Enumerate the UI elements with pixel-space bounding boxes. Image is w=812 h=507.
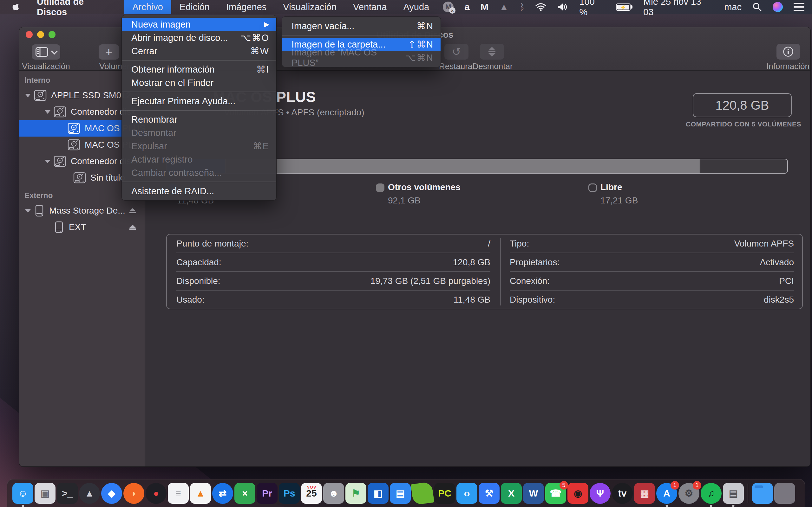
- sidebar-item-label: Sin título: [90, 173, 125, 183]
- avast-status-icon[interactable]: a: [459, 0, 475, 14]
- green-x-app-icon[interactable]: ×: [235, 483, 255, 504]
- opera-dark-icon[interactable]: ●: [146, 483, 166, 504]
- info-circle-icon: [783, 46, 794, 57]
- mountain-app-status-icon[interactable]: ▲: [494, 0, 514, 14]
- archivo-item-mostrar-en-el-finder[interactable]: Mostrar en el Finder: [122, 76, 276, 89]
- bluetooth-status[interactable]: ᛒ: [514, 0, 530, 14]
- archivo-item-abrir-imagen-de-disco[interactable]: Abrir imagen de disco...⌥⌘O: [122, 31, 276, 44]
- wifi-status[interactable]: [530, 0, 552, 14]
- podcasts-icon[interactable]: Ψ: [590, 483, 611, 504]
- premiere-pro-icon[interactable]: Pr: [257, 483, 277, 504]
- notification-center-icon: [794, 3, 804, 11]
- menubar-menu-edicion[interactable]: Edición: [171, 0, 218, 14]
- user-menu[interactable]: mac: [719, 0, 747, 14]
- siri-status[interactable]: [767, 0, 788, 14]
- notification-center[interactable]: [788, 0, 812, 14]
- virtualbox-icon[interactable]: ◧: [368, 483, 389, 504]
- battery-percent-label[interactable]: 100 %: [574, 0, 611, 14]
- archivo-item-nueva-imagen[interactable]: Nueva imagen▶: [122, 18, 276, 31]
- legend-value: 92,1 GB: [388, 195, 420, 206]
- disclosure-triangle-icon[interactable]: [25, 94, 31, 97]
- photoshop-icon[interactable]: Ps: [279, 483, 300, 504]
- bluetooth-icon: ᛒ: [519, 2, 525, 12]
- notes-icon[interactable]: ≡: [168, 483, 189, 504]
- legend-label: Libre: [600, 182, 622, 192]
- details-value: PCI: [779, 276, 794, 286]
- launchpad-rocket-icon[interactable]: ▲: [79, 483, 100, 504]
- close-window-button[interactable]: [26, 31, 33, 38]
- menu-bar-app-name[interactable]: Utilidad de Discos: [29, 0, 124, 14]
- contacts-icon[interactable]: ☻: [323, 483, 344, 504]
- eject-icon[interactable]: [130, 208, 136, 213]
- disclosure-triangle-icon[interactable]: [25, 209, 31, 213]
- terminal-icon[interactable]: >_: [57, 483, 78, 504]
- add-volume-button[interactable]: +: [99, 44, 119, 60]
- volume-status[interactable]: [552, 0, 574, 14]
- word-icon[interactable]: W: [523, 483, 544, 504]
- archivo-item-ejecutar-primera-ayuda[interactable]: Ejecutar Primera Ayuda...: [122, 95, 276, 108]
- archivo-item-asistente-de-raid[interactable]: Asistente de RAID...: [122, 184, 276, 198]
- vscode-icon[interactable]: ‹›: [456, 483, 477, 504]
- details-table: Punto de montaje:/Capacidad:120,8 GBDisp…: [166, 234, 803, 309]
- app-store-icon[interactable]: A1: [656, 483, 677, 504]
- disclosure-triangle-icon[interactable]: [45, 110, 50, 114]
- facetime-icon[interactable]: ☎5: [545, 483, 566, 504]
- shared-folder-icon[interactable]: ▤: [390, 483, 411, 504]
- nueva-imagen-item-imagen-de-mac-os-plus: Imagen de “MAC OS PLUS”⌥⌘N: [282, 51, 441, 64]
- disk-drill-icon[interactable]: ▤: [723, 483, 744, 504]
- info-button[interactable]: [776, 44, 800, 60]
- eject-icon[interactable]: [130, 225, 136, 230]
- apple-menu[interactable]: [0, 0, 29, 14]
- apple-tv-icon[interactable]: tv: [612, 483, 633, 504]
- calendar-icon[interactable]: 25NOV: [301, 483, 322, 504]
- safari-icon[interactable]: ◆: [101, 483, 122, 504]
- capacity-box: 120,8 GB: [693, 93, 792, 117]
- battery-status[interactable]: ⚡: [611, 0, 638, 14]
- downloads-stack-icon[interactable]: [752, 483, 773, 504]
- disclosure-triangle-icon[interactable]: [45, 160, 50, 163]
- archivo-item-obtener-informacion[interactable]: Obtener información⌘I: [122, 63, 276, 76]
- sidebar-item-mass-storage-de[interactable]: Mass Storage De...: [19, 203, 145, 219]
- system-preferences-icon[interactable]: ⚙1: [678, 483, 699, 504]
- archivo-item-cerrar[interactable]: Cerrar⌘W: [122, 44, 276, 58]
- notification-badge: 1: [670, 481, 679, 490]
- spotify-icon[interactable]: ♫: [701, 483, 722, 504]
- details-right-column: Tipo:Volumen APFSPropietarios:ActivadoCo…: [510, 234, 794, 308]
- menubar-menu-imagenes[interactable]: Imágenes: [218, 0, 275, 14]
- vlc-icon[interactable]: ▲: [190, 483, 211, 504]
- archivo-item-label: Renombrar: [131, 114, 177, 125]
- excel-icon[interactable]: X: [501, 483, 522, 504]
- teamviewer-icon[interactable]: ⇄: [212, 483, 233, 504]
- xcode-icon[interactable]: ⚒: [478, 483, 500, 504]
- menubar-menu-visualizacion[interactable]: Visualización: [275, 0, 345, 14]
- menubar-menu-ventana[interactable]: Ventana: [345, 0, 395, 14]
- maps-icon[interactable]: ⚑: [345, 483, 366, 504]
- menubar-menu-ayuda[interactable]: Ayuda: [395, 0, 438, 14]
- archivo-item-label: Obtener información: [131, 64, 215, 75]
- pycharm-icon[interactable]: PC: [434, 483, 455, 504]
- trash-icon[interactable]: [774, 483, 795, 504]
- sidebar-item-ext[interactable]: EXT: [19, 219, 145, 235]
- photo-booth-icon[interactable]: ▦: [634, 483, 655, 504]
- sidebar-item-label: Mass Storage De...: [49, 206, 125, 216]
- finder-icon[interactable]: ☺: [12, 483, 33, 504]
- preview-photo-icon[interactable]: ▣: [35, 483, 55, 504]
- firefox-icon[interactable]: ◗: [123, 483, 144, 504]
- vinyl-record-app-icon[interactable]: ◉: [567, 483, 589, 504]
- restore-button[interactable]: ↺: [444, 44, 468, 60]
- leaf-app-icon[interactable]: [411, 481, 435, 505]
- view-button[interactable]: [32, 44, 60, 60]
- archivo-item-renombrar[interactable]: Renombrar: [122, 113, 276, 126]
- nueva-imagen-item-imagen-vacia[interactable]: Imagen vacía...⌘N: [282, 19, 441, 33]
- unmount-button-label: Desmontar: [472, 61, 513, 71]
- nueva-imagen-submenu: Imagen vacía...⌘NImagen de la carpeta...…: [282, 16, 441, 67]
- malwarebytes-status-icon[interactable]: M: [475, 0, 494, 14]
- menubar-menu-archivo[interactable]: Archivo: [124, 0, 171, 14]
- unmount-button[interactable]: [480, 44, 504, 60]
- archivo-item-label: Nueva imagen: [131, 19, 191, 30]
- menu-bar-clock[interactable]: Mié 25 nov 13 03: [638, 0, 719, 14]
- minimize-window-button[interactable]: [37, 31, 44, 38]
- zoom-window-button[interactable]: [49, 31, 55, 38]
- search-status[interactable]: [747, 0, 767, 14]
- mute-m-status-icon[interactable]: M×: [438, 0, 459, 14]
